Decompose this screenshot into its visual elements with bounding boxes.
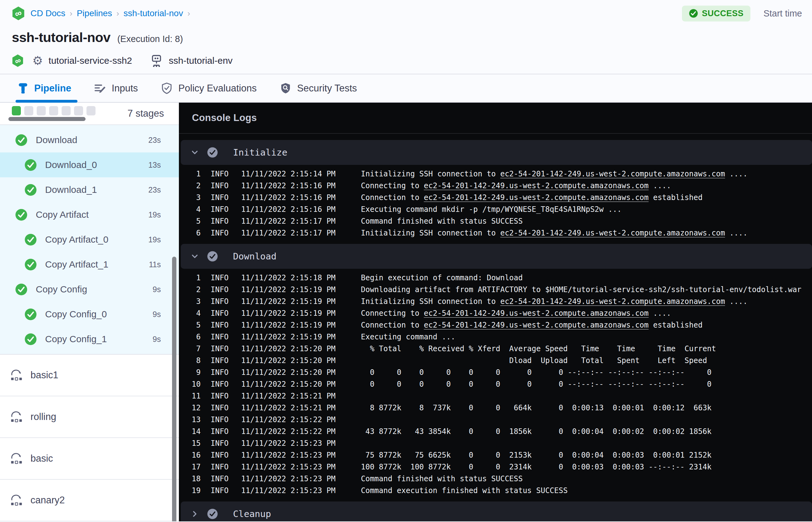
log-timestamp: 11/11/2022 2:15:22 PM xyxy=(241,427,361,436)
console-header: Console Logs xyxy=(179,103,812,134)
stage-count-label: 7 stages xyxy=(127,108,164,119)
stage-row[interactable]: Download_013s xyxy=(0,153,179,177)
log-level: INFO xyxy=(201,285,241,294)
stage-success-icon xyxy=(24,233,37,246)
stage-duration: 19s xyxy=(148,210,161,219)
page-title: ssh-tutorial-nov xyxy=(12,30,110,45)
stage-label: Copy Config_0 xyxy=(45,309,107,320)
log-message: 0 0 0 0 0 0 0 0 --:--:-- --:--:-- --:--:… xyxy=(361,368,812,377)
log-timestamp: 11/11/2022 2:15:19 PM xyxy=(241,309,361,318)
stage-duration: 11s xyxy=(149,260,161,269)
log-line-number: 4 xyxy=(181,309,201,318)
stage-row[interactable]: Download_123s xyxy=(0,177,179,202)
stage-duration: 13s xyxy=(148,161,161,169)
harness-cd-icon: ∞ xyxy=(12,6,25,20)
log-line: 3INFO11/11/2022 2:15:19 PMInitializing S… xyxy=(181,296,812,307)
stage-row[interactable]: Copy Config_19s xyxy=(0,327,179,352)
gear-icon: ⚙ xyxy=(32,55,43,66)
stage-progress-scrollbar[interactable] xyxy=(8,117,85,121)
pipeline-icon xyxy=(17,82,28,95)
stages-sidebar: 7 stages Download23sDownload_013sDownloa… xyxy=(0,103,179,521)
log-level: INFO xyxy=(201,229,241,237)
stage-row[interactable]: Copy Artifact_019s xyxy=(0,227,179,252)
log-level: INFO xyxy=(201,333,241,341)
log-link[interactable]: ec2-54-201-142-249.us-west-2.compute.ama… xyxy=(500,229,725,237)
breadcrumb-link[interactable]: CD Docs xyxy=(31,8,65,18)
sidebar-item-basic1[interactable]: basic1 xyxy=(0,355,179,396)
log-message: Command finished with status SUCCESS xyxy=(361,217,812,225)
stage-row[interactable]: Copy Config_09s xyxy=(0,302,179,327)
chevron-right-icon xyxy=(190,509,199,519)
stage-progress-square xyxy=(37,106,46,115)
log-line: 5INFO11/11/2022 2:15:19 PMConnection to … xyxy=(181,319,812,331)
log-level: INFO xyxy=(201,463,241,471)
tab-policy-evaluations[interactable]: Policy Evaluations xyxy=(161,74,257,102)
stage-label: Copy Artifact_0 xyxy=(45,234,108,245)
log-line-number: 8 xyxy=(181,356,201,365)
log-link[interactable]: ec2-54-201-142-249.us-west-2.compute.ama… xyxy=(500,169,725,178)
chevron-down-icon[interactable] xyxy=(189,148,200,157)
stage-duration: 23s xyxy=(148,185,161,195)
log-section: Initialize1INFO11/11/2022 2:15:14 PMInit… xyxy=(181,140,812,241)
log-level: INFO xyxy=(201,368,241,377)
chevron-down-icon xyxy=(190,252,199,261)
log-level: INFO xyxy=(201,274,241,282)
log-level: INFO xyxy=(201,403,241,412)
log-section-header[interactable]: Cleanup xyxy=(181,501,812,521)
log-timestamp: 11/11/2022 2:15:19 PM xyxy=(241,333,361,341)
log-timestamp: 11/11/2022 2:15:16 PM xyxy=(241,205,361,214)
log-line-number: 9 xyxy=(181,368,201,377)
stage-label: Copy Artifact xyxy=(36,209,89,220)
log-link[interactable]: ec2-54-201-142-249.us-west-2.compute.ama… xyxy=(424,193,648,202)
log-timestamp: 11/11/2022 2:15:20 PM xyxy=(241,380,361,388)
log-line: 5INFO11/11/2022 2:15:17 PMCommand finish… xyxy=(181,215,812,227)
log-level: INFO xyxy=(201,205,241,214)
log-section-name: Initialize xyxy=(233,147,287,158)
service-name[interactable]: tutorial-service-ssh2 xyxy=(48,55,132,66)
stage-row[interactable]: Copy Artifact19s xyxy=(0,202,179,227)
stage-success-icon xyxy=(15,134,28,146)
log-line: 3INFO11/11/2022 2:15:16 PMConnection to … xyxy=(181,192,812,203)
log-message: 43 8772k 43 3854k 0 0 1856k 0 0:00:04 0:… xyxy=(361,427,812,436)
stage-row[interactable]: Copy Config9s xyxy=(0,277,179,302)
tab-label: Security Tests xyxy=(297,83,357,94)
log-line-number: 5 xyxy=(181,321,201,329)
log-line: 4INFO11/11/2022 2:15:16 PMExecuting comm… xyxy=(181,203,812,215)
tab-bar: Pipeline Inputs Policy Evaluations xyxy=(0,74,812,103)
log-message: Executing command mkdir -p /tmp/WYQNESE_… xyxy=(361,205,812,214)
execution-id: (Execution Id: 8) xyxy=(117,34,183,44)
stage-success-icon xyxy=(24,233,37,246)
chevron-down-icon[interactable] xyxy=(189,252,200,261)
stage-success-icon xyxy=(24,308,37,321)
log-section-header[interactable]: Initialize xyxy=(181,140,812,165)
chevron-down-icon xyxy=(190,148,199,157)
log-line-number: 7 xyxy=(181,344,201,353)
tab-inputs[interactable]: Inputs xyxy=(94,74,138,102)
log-link[interactable]: ec2-54-201-142-249.us-west-2.compute.ama… xyxy=(500,297,725,306)
log-message: Executing command ... xyxy=(361,333,812,341)
breadcrumb-link[interactable]: Pipelines xyxy=(77,8,112,18)
chevron-right-icon[interactable] xyxy=(189,509,200,519)
tab-pipeline[interactable]: Pipeline xyxy=(17,74,71,102)
sidebar-item-rolling[interactable]: rolling xyxy=(0,396,179,438)
tab-security-tests[interactable]: Security Tests xyxy=(280,74,357,102)
stage-label: Download_0 xyxy=(45,160,97,170)
log-line: 18INFO11/11/2022 2:15:23 PMCommand finis… xyxy=(181,473,812,485)
log-message: 8 8772k 8 737k 0 0 664k 0 0:00:13 0:00:0… xyxy=(361,403,812,412)
stage-row[interactable]: Copy Artifact_111s xyxy=(0,252,179,277)
stage-success-icon xyxy=(15,283,28,296)
sidebar-item-canary2[interactable]: canary2 xyxy=(0,480,179,521)
log-section-header[interactable]: Download xyxy=(181,244,812,269)
environment-name[interactable]: ssh-tutorial-env xyxy=(169,55,233,66)
breadcrumb-link[interactable]: ssh-tutorial-nov xyxy=(123,8,183,18)
sidebar-scrollbar[interactable] xyxy=(172,257,177,521)
sidebar-item-basic[interactable]: basic xyxy=(0,438,179,480)
log-link[interactable]: ec2-54-201-142-249.us-west-2.compute.ama… xyxy=(424,181,648,190)
log-line-number: 10 xyxy=(181,380,201,388)
stage-row[interactable]: Download23s xyxy=(0,127,179,153)
log-level: INFO xyxy=(201,356,241,365)
log-link[interactable]: ec2-54-201-142-249.us-west-2.compute.ama… xyxy=(424,321,648,329)
log-link[interactable]: ec2-54-201-142-249.us-west-2.compute.ama… xyxy=(424,309,648,318)
main: 7 stages Download23sDownload_013sDownloa… xyxy=(0,103,812,521)
log-line: 4INFO11/11/2022 2:15:19 PMConnecting to … xyxy=(181,307,812,319)
